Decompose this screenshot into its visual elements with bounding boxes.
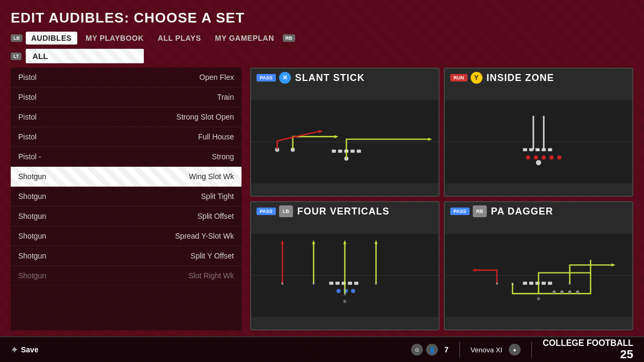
rb-badge: RB — [283, 34, 295, 42]
list-item[interactable]: Shotgun Spread Y-Slot Wk — [11, 226, 241, 246]
svg-rect-53 — [529, 282, 533, 285]
controller-icon-2: 👤 — [426, 344, 438, 356]
list-item[interactable]: Shotgun Slot Right Wk — [11, 266, 241, 286]
play-card-title: PA DAGGER — [491, 206, 553, 217]
user-icon: ● — [509, 344, 521, 356]
svg-point-23 — [526, 156, 530, 160]
divider — [459, 342, 460, 358]
tab-all-plays[interactable]: All Plays — [152, 32, 207, 45]
play-canvas: × — [445, 88, 632, 196]
pa-dagger-svg: × × × × — [445, 221, 632, 329]
play-card-pa-dagger[interactable]: PASS RB PA DAGGER × — [444, 201, 633, 330]
four-verticals-svg: × × × × × — [251, 221, 438, 329]
play-diagrams: PASS ✕ SLANT STICK — [250, 68, 633, 330]
svg-text:×: × — [568, 281, 571, 286]
svg-text:×: × — [537, 147, 540, 153]
play-card-header: PASS RB PA DAGGER — [445, 202, 632, 220]
lt-badge: LT — [11, 53, 21, 60]
svg-rect-5 — [350, 150, 355, 153]
list-item[interactable]: Pistol Open Flex — [11, 68, 241, 87]
player-count: 7 — [444, 345, 449, 354]
play-canvas: × × × × — [445, 221, 632, 329]
play-card-four-verticals[interactable]: PASS LB FOUR VERTICALS — [250, 201, 440, 330]
lb-badge: LB — [11, 34, 23, 42]
list-item[interactable]: Shotgun Split Y Offset — [11, 246, 241, 266]
list-item[interactable]: Shotgun Split Tight — [11, 187, 241, 206]
save-icon: ✦ — [11, 345, 18, 355]
game-logo-num: 25 — [543, 348, 633, 361]
tab-my-gameplan[interactable]: My Gameplan — [210, 32, 280, 45]
play-card-inside-zone[interactable]: RUN Y INSIDE ZONE — [444, 68, 633, 197]
svg-text:×: × — [312, 281, 315, 286]
play-card-title: FOUR VERTICALS — [297, 206, 390, 217]
list-item[interactable]: Pistol - Strong — [11, 147, 241, 167]
svg-point-49 — [343, 300, 347, 303]
svg-text:×: × — [375, 281, 377, 286]
svg-text:×: × — [281, 281, 284, 286]
svg-rect-21 — [541, 148, 546, 151]
play-card-header: PASS LB FOUR VERTICALS — [251, 202, 438, 220]
svg-rect-3 — [338, 150, 342, 153]
play-type-badge: PASS — [257, 74, 276, 82]
save-button[interactable]: ✦ Save — [11, 345, 39, 355]
list-item[interactable]: Pistol Full House — [11, 127, 241, 147]
play-card-header: RUN Y INSIDE ZONE — [445, 69, 632, 87]
play-type-badge: PASS — [450, 208, 470, 215]
play-type-badge: PASS — [257, 208, 276, 215]
list-item-selected[interactable]: Shotgun Wing Slot Wk — [11, 167, 241, 187]
play-card-title: INSIDE ZONE — [487, 72, 554, 84]
bottom-right: ⊙ 👤 7 Venova XI ● COLLEGE FOOTBALL 25 — [411, 338, 633, 361]
play-list: Pistol Open Flex Pistol Train Pistol Str… — [11, 68, 241, 330]
page-title: EDIT AUDIBLES: CHOOSE A SET — [0, 0, 644, 32]
svg-rect-56 — [548, 282, 552, 285]
game-logo: COLLEGE FOOTBALL 25 — [543, 338, 633, 361]
list-item[interactable]: Shotgun Split Offset — [11, 206, 241, 226]
filter-input[interactable] — [26, 49, 144, 63]
filter-row: LT — [0, 49, 644, 68]
svg-point-26 — [550, 156, 554, 160]
inside-zone-svg: × — [445, 88, 632, 196]
svg-rect-18 — [523, 148, 527, 151]
save-label: Save — [21, 345, 39, 354]
svg-point-67 — [537, 297, 540, 300]
svg-point-27 — [557, 156, 561, 160]
svg-point-37 — [336, 289, 341, 293]
play-card-title: SLANT STICK — [295, 72, 365, 84]
game-logo-text: COLLEGE FOOTBALL — [543, 338, 633, 348]
svg-rect-52 — [523, 282, 527, 285]
svg-point-66 — [576, 291, 579, 294]
svg-text:×: × — [511, 281, 514, 286]
svg-rect-19 — [529, 148, 533, 151]
svg-rect-55 — [541, 282, 546, 285]
list-item[interactable]: Pistol Train — [11, 87, 241, 107]
username: Venova XI — [471, 346, 502, 354]
svg-point-39 — [351, 289, 355, 293]
svg-point-28 — [536, 160, 541, 165]
svg-rect-33 — [335, 282, 340, 285]
svg-rect-22 — [548, 148, 552, 151]
svg-point-63 — [553, 291, 556, 294]
svg-rect-32 — [329, 282, 333, 285]
divider-2 — [531, 342, 532, 358]
svg-point-65 — [568, 291, 572, 294]
play-canvas: × — [251, 88, 438, 196]
svg-text:×: × — [495, 281, 498, 286]
tab-my-playbook[interactable]: My Playbook — [80, 32, 149, 45]
play-canvas: × × × × × — [251, 221, 438, 329]
tab-audibles[interactable]: Audibles — [26, 32, 77, 45]
play-type-badge: RUN — [450, 74, 467, 82]
rb-button-icon: RB — [473, 205, 487, 217]
bottom-bar: ✦ Save ⊙ 👤 7 Venova XI ● COLLEGE FOOTBAL… — [0, 336, 644, 362]
lb-button-icon: LB — [279, 205, 293, 217]
main-content: Pistol Open Flex Pistol Train Pistol Str… — [0, 68, 644, 330]
svg-rect-6 — [357, 150, 361, 153]
svg-point-25 — [541, 156, 546, 160]
svg-rect-35 — [348, 282, 352, 285]
svg-rect-36 — [354, 282, 358, 285]
play-card-slant-stick[interactable]: PASS ✕ SLANT STICK — [250, 68, 440, 197]
list-item[interactable]: Pistol Strong Slot Open — [11, 107, 241, 127]
play-card-header: PASS ✕ SLANT STICK — [251, 69, 438, 87]
slant-stick-svg: × — [251, 88, 438, 196]
x-button-icon: ✕ — [279, 72, 291, 84]
svg-point-24 — [534, 156, 538, 160]
